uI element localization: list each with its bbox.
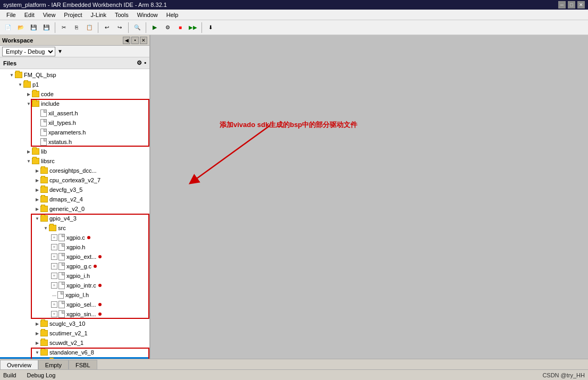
tree-item-xgpio-intr[interactable]: + xgpio_intr.c: [0, 281, 149, 290]
dot-indicator: [98, 313, 102, 316]
tree-item-generic[interactable]: ▶ generic_v2_0: [0, 204, 149, 214]
expand-arrow: ▼: [9, 72, 15, 78]
item-label: gpio_v4_3: [49, 215, 77, 222]
tree-item-libsrc[interactable]: ▼ libsrc: [0, 156, 149, 166]
folder-icon: [40, 177, 48, 183]
expand-arrow: ▶: [34, 340, 40, 346]
item-label: standalone_v6_8: [49, 349, 94, 356]
tree-item-xparameters-h[interactable]: ▶ xparameters.h: [0, 128, 149, 137]
tree-item-scuglc[interactable]: ▶ scuglc_v3_10: [0, 319, 149, 328]
dot-indicator: [98, 303, 102, 306]
item-label: scutimer_v2_1: [49, 330, 88, 336]
menu-help[interactable]: Help: [162, 11, 183, 19]
tree-item-lib[interactable]: ▶ lib: [0, 147, 149, 156]
item-label: coresightps_dcc...: [49, 167, 97, 174]
tree-item-scuwdt[interactable]: ▶ scuwdt_v2_1: [0, 338, 149, 348]
tree-item-xstatus-h[interactable]: ▶ xstatus.h: [0, 137, 149, 147]
redo-button[interactable]: ↪: [114, 22, 125, 33]
tree-item-xgpio-g[interactable]: + xgpio_g.c: [0, 261, 149, 271]
dot-indicator: [98, 255, 102, 258]
tree-item-xgpio-i[interactable]: + xgpio_i.h: [0, 271, 149, 281]
tree-item-gpio[interactable]: ▼ gpio_v4_3: [0, 214, 149, 223]
tree-item-xgpio-c[interactable]: + xgpio.c: [0, 233, 149, 242]
workspace-float-button[interactable]: •: [131, 37, 139, 44]
tree-item-standalone[interactable]: ▼ standalone_v6_8: [0, 348, 149, 357]
find-button[interactable]: 🔍: [131, 22, 143, 33]
stop-button[interactable]: ■: [174, 22, 186, 33]
debug-select[interactable]: Empty - Debug: [2, 47, 55, 56]
build-button[interactable]: ▶: [149, 22, 161, 33]
file-icon: [58, 263, 65, 270]
tree-item-coresightps[interactable]: ▶ coresightps_dcc...: [0, 166, 149, 175]
workspace-label: Workspace: [2, 37, 33, 44]
menu-file[interactable]: File: [2, 11, 20, 19]
cut-button[interactable]: ✂: [58, 22, 70, 33]
menu-edit[interactable]: Edit: [20, 11, 39, 19]
folder-icon: [32, 100, 39, 107]
file-icon: [58, 272, 65, 280]
tree-item-p1[interactable]: ▼ p1: [0, 80, 149, 89]
file-icon: [58, 310, 65, 318]
minimize-button[interactable]: ─: [558, 1, 566, 9]
menu-jlink[interactable]: J-Link: [87, 11, 111, 19]
file-icon: [57, 291, 64, 299]
maximize-button[interactable]: □: [568, 1, 575, 9]
close-button[interactable]: ✕: [577, 1, 585, 9]
cross-icon: +: [51, 273, 57, 279]
folder-icon: [49, 225, 56, 231]
tree-item-include[interactable]: ▼ include: [0, 99, 149, 108]
separator-4: [146, 22, 146, 33]
saveall-button[interactable]: 💾: [40, 22, 52, 33]
undo-button[interactable]: ↩: [101, 22, 113, 33]
tree-item-xgpio-h[interactable]: + xgpio.h: [0, 242, 149, 252]
tree-item-code[interactable]: ▶ code: [0, 89, 149, 99]
status-right-csdn: CSDN @try_HH: [542, 372, 585, 378]
expand-arrow: ▶: [34, 206, 40, 212]
menu-view[interactable]: View: [39, 11, 60, 19]
folder-icon: [40, 320, 48, 327]
tree-item-xil-assert-h[interactable]: ▶ xil_assert.h: [0, 108, 149, 118]
tab-overview[interactable]: Overview: [0, 360, 38, 369]
item-label: cpu_cortexa9_v2_7: [49, 177, 100, 183]
folder-icon: [32, 158, 39, 164]
download-button[interactable]: ⬇: [205, 22, 216, 33]
compile-button[interactable]: ⚙: [162, 22, 173, 33]
tree-item-xgpio-sel[interactable]: + xgpio_sel...: [0, 300, 149, 309]
status-build: Build: [3, 372, 16, 378]
file-icon: [58, 243, 65, 251]
tree-item-cpu-cortexa9[interactable]: ▶ cpu_cortexa9_v2_7: [0, 175, 149, 185]
folder-icon: [40, 215, 48, 222]
tab-empty[interactable]: Empty: [38, 360, 69, 369]
separator-5: [201, 22, 202, 33]
tree-item-fm-ql-bsp[interactable]: ▼ FM_QL_bsp: [0, 70, 149, 80]
tree-item-src-gpio[interactable]: ▼ src: [0, 223, 149, 233]
copy-button[interactable]: ⎘: [71, 22, 82, 33]
tree-item-scutimer[interactable]: ▶ scutimer_v2_1: [0, 328, 149, 338]
menu-window[interactable]: Window: [133, 11, 162, 19]
debug-dropdown-arrow[interactable]: ▼: [57, 48, 63, 54]
save-button[interactable]: 💾: [28, 22, 39, 33]
menu-project[interactable]: Project: [60, 11, 86, 19]
run-debug-button[interactable]: ▶▶: [187, 22, 199, 33]
tree-item-xil-types-h[interactable]: ▶ xil_types.h: [0, 118, 149, 128]
tree-item-src-standalone[interactable]: ▼ src: [0, 357, 149, 359]
item-label: xgpio_sel...: [66, 301, 96, 308]
file-icon: [40, 129, 47, 136]
tree-item-xgpio-ext[interactable]: + xgpio_ext...: [0, 252, 149, 261]
new-button[interactable]: 📄: [2, 22, 14, 33]
paste-button[interactable]: 📋: [83, 22, 95, 33]
tree-item-xgpio-sin[interactable]: + xgpio_sin...: [0, 309, 149, 319]
workspace-close-button[interactable]: ✕: [140, 37, 147, 44]
status-bar: Build Debug Log CSDN @try_HH: [0, 369, 588, 380]
tab-fsbl[interactable]: FSBL: [69, 360, 97, 369]
tree-item-devcfg[interactable]: ▶ devcfg_v3_5: [0, 185, 149, 195]
item-label: xgpio.h: [66, 244, 85, 250]
files-settings-icon[interactable]: ⚙: [137, 60, 142, 66]
expand-arrow: ▶: [34, 167, 40, 174]
workspace-pin-button[interactable]: ◀: [123, 37, 130, 44]
tree-item-xgpio-l[interactable]: — xgpio_l.h: [0, 290, 149, 300]
files-pin-icon[interactable]: •: [144, 60, 146, 66]
open-button[interactable]: 📂: [15, 22, 27, 33]
tree-item-dmaps[interactable]: ▶ dmaps_v2_4: [0, 195, 149, 204]
menu-tools[interactable]: Tools: [111, 11, 133, 19]
